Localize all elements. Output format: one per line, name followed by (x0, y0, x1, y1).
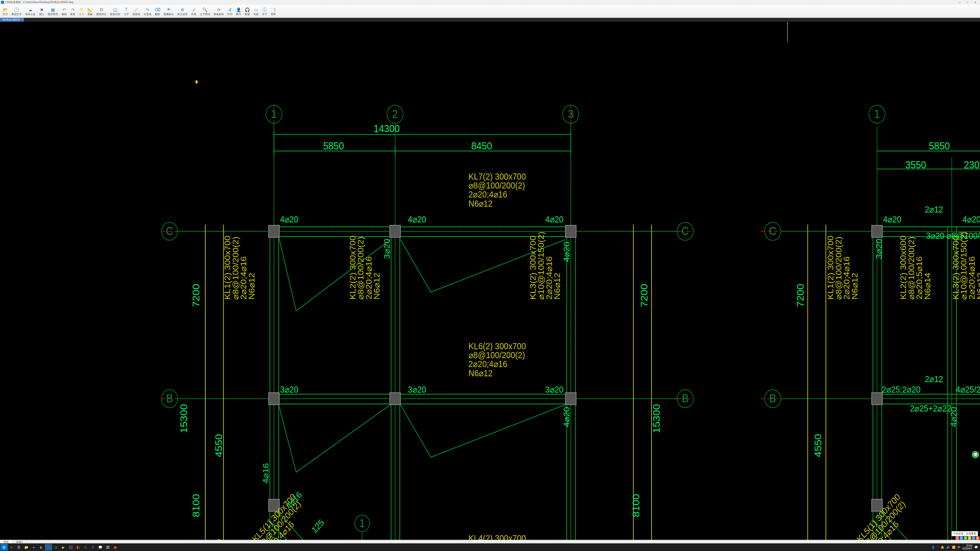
toolbar-compare[interactable]: ⧉图纸对比 (94, 5, 108, 17)
svg-text:N6⌀12: N6⌀12 (372, 273, 381, 300)
svg-text:N6⌀12: N6⌀12 (553, 273, 562, 300)
svg-text:3: 3 (568, 108, 573, 120)
tab-layout1[interactable]: 布局1 (13, 540, 27, 544)
share-icon-6[interactable]: ▶ (976, 536, 980, 540)
svg-text:2⌀20;5⌀16: 2⌀20;5⌀16 (915, 256, 924, 300)
settings-popup[interactable]: 个性设置，点我看看 (951, 531, 978, 536)
taskbar-app-12[interactable]: ◼ (111, 544, 119, 551)
toolbar-measure[interactable]: 📐测量 (86, 5, 94, 17)
toolbar-scale[interactable]: ⤢比例 (189, 5, 198, 17)
taskbar-search[interactable]: ○ (8, 544, 15, 551)
svg-text:KL6(2) 300x700: KL6(2) 300x700 (469, 341, 526, 351)
app-icon (1, 1, 4, 4)
undo-label: 撤销 (62, 13, 67, 16)
toolbar-account[interactable]: 👤帐号 (234, 5, 243, 17)
toolbar-vip[interactable]: V会员 (77, 5, 86, 17)
tray-net-icon[interactable]: 🔔 (941, 546, 944, 549)
find-text-label: 文字查找 (200, 13, 210, 16)
dim-rv-2: 8100 (631, 494, 641, 517)
toolbar-data[interactable]: 📑资料 (269, 5, 278, 17)
close-file-label: 窗口 (39, 13, 44, 16)
about-icon: ⓘ (262, 7, 267, 12)
tray-vol-icon[interactable]: 🔊 (946, 546, 950, 549)
share-icon-3[interactable]: ◆ (964, 536, 967, 540)
svg-text:C: C (166, 225, 173, 237)
toolbar-recent[interactable]: 🕑最近打开 (10, 5, 24, 17)
diag-d0: 125 (310, 517, 326, 535)
taskbar-app-8[interactable]: ☺ (82, 544, 89, 551)
redo-label: 恢复 (70, 13, 75, 16)
chat-button[interactable]: 💬 (972, 451, 979, 458)
share-icon-5[interactable]: in (972, 536, 975, 540)
toolbar-open[interactable]: 📂打开 (1, 5, 10, 17)
toolbar-rotate[interactable]: ⟳屏幕旋转 (212, 5, 226, 17)
taskbar-app-2[interactable]: ◐ (38, 544, 45, 551)
tray-people-icon[interactable]: 👤 (932, 546, 935, 549)
toolbar-about[interactable]: ⓘ关于 (260, 5, 269, 17)
svg-text:C: C (682, 225, 689, 237)
compare-icon: ⧉ (99, 7, 104, 12)
start-button[interactable]: ⊞ (0, 544, 8, 551)
anno-set-label: 标注设置 (177, 13, 188, 16)
taskbar-taskview[interactable]: ☰ (15, 544, 22, 551)
redo-icon: ↷ (70, 7, 75, 12)
toolbar-hide-anno[interactable]: 👁隐藏标注 (162, 5, 176, 17)
drawing-svg: 1231 CBA CBA 14300 5850 8450 7200 15300 … (0, 22, 980, 540)
tray-lang-icon[interactable]: 中 (958, 545, 960, 549)
share-icon-4[interactable]: ★ (968, 536, 971, 540)
toolbar-print[interactable]: 🖨打印 (226, 5, 234, 17)
file-tab[interactable]: 20#商业180428 × (0, 18, 24, 22)
taskbar-app-6[interactable]: ⬛ (67, 544, 74, 551)
tray-action-center-icon[interactable]: 💬 (974, 546, 978, 549)
tray-up-icon[interactable]: ˄ (937, 546, 939, 549)
taskbar-app-1[interactable]: ● (30, 544, 37, 551)
taskbar-app-5[interactable]: ▶ (60, 544, 67, 551)
toolbar-save-cloud[interactable]: ☁保存云盘 (24, 5, 37, 17)
save-cloud-icon: ☁ (28, 7, 33, 12)
tray-wifi-icon[interactable]: 📶 (952, 546, 956, 549)
account-label: 帐号 (236, 13, 241, 16)
toolbar-anno-set[interactable]: ⚙标注设置 (176, 5, 189, 17)
taskbar-explorer[interactable]: 📁 (23, 544, 30, 551)
svg-text:⌀8@100/200(2): ⌀8@100/200(2) (834, 237, 843, 300)
svg-text:N6⌀12: N6⌀12 (850, 273, 859, 300)
drawing-canvas[interactable]: 1231 CBA CBA 14300 5850 8450 7200 15300 … (0, 22, 980, 540)
toolbar-layer[interactable]: ▦图层管理 (46, 5, 60, 17)
taskbar-app-11[interactable]: 🖼 (104, 544, 111, 551)
tray-clock[interactable]: 20:05 2019/4/7 (963, 545, 972, 550)
toolbar-style[interactable]: ▭风格 (251, 5, 260, 17)
line-icon: ／ (134, 7, 139, 12)
dim-fv1: 4550 (813, 434, 823, 457)
share-icon-1[interactable]: S (956, 536, 959, 540)
taskbar-app-4[interactable]: ◎ (52, 544, 59, 551)
taskbar-app-9[interactable]: S (89, 544, 97, 551)
toolbar-erase[interactable]: ⌫删除 (153, 5, 162, 17)
share-icon-2[interactable]: ⊕ (959, 536, 963, 540)
toolbar-close-file[interactable]: ✖窗口 (37, 5, 46, 17)
svg-text:2⌀20;4⌀16: 2⌀20;4⌀16 (239, 256, 248, 300)
taskbar-app-10[interactable]: 💬 (97, 544, 104, 551)
toolbar-text[interactable]: T文字 (122, 5, 130, 17)
style-icon: ▭ (253, 7, 259, 12)
scale-label: 比例 (191, 13, 196, 16)
title-bar: CAD快速看图 - C:\Users\Asus\Desktop\20#商业180… (0, 0, 980, 5)
taskbar-app-7[interactable]: ◧ (75, 544, 82, 551)
toolbar-pen[interactable]: ✎任意线 (142, 5, 153, 17)
toolbar-redo[interactable]: ↷恢复 (68, 5, 77, 17)
svg-text:N6⌀14: N6⌀14 (923, 273, 932, 300)
pen-icon: ✎ (145, 7, 150, 12)
toolbar-undo[interactable]: ↶撤销 (60, 5, 68, 17)
toolbar-find-text[interactable]: 🔍文字查找 (198, 5, 212, 17)
svg-text:N6⌀12: N6⌀12 (975, 273, 980, 300)
maximize-button[interactable]: □ (964, 1, 971, 4)
minimize-button[interactable]: — (956, 1, 964, 4)
bar-t2: 4⌀20 (408, 214, 426, 224)
svg-text:⌀10@100/150(2): ⌀10@100/150(2) (537, 232, 546, 300)
close-button[interactable]: ✕ (971, 1, 979, 4)
taskbar-app-3[interactable]: ▭ (45, 544, 52, 551)
toolbar-support[interactable]: 🎧客服 (243, 5, 251, 17)
toolbar-shape-id[interactable]: ◫图形识别 (108, 5, 122, 17)
toolbar-line[interactable]: ／画直线 (130, 5, 142, 17)
tab-model[interactable]: 模型 (0, 540, 13, 544)
file-tab-close-icon[interactable]: × (22, 18, 23, 21)
